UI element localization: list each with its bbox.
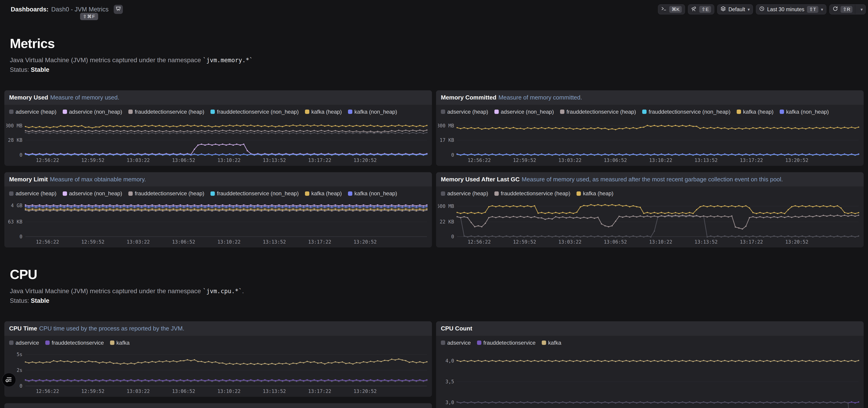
memory-limit-chart[interactable]: 12:56:2212:59:5213:03:2213:06:5213:10:22… xyxy=(6,198,430,246)
x-axis-tick: 12:56:22 xyxy=(468,158,491,163)
time-range-select[interactable]: Last 30 minutes ⇧T ▾ xyxy=(756,4,826,14)
legend-item[interactable]: frauddetectionservice (heap) xyxy=(128,108,204,115)
y-axis-tick: 4 GB xyxy=(11,203,23,208)
x-axis-tick: 13:06:52 xyxy=(604,158,627,163)
legend-swatch xyxy=(211,191,215,196)
panel-header: CPU Count xyxy=(436,321,864,336)
status-value: Stable xyxy=(31,66,50,73)
legend-item[interactable]: frauddetectionservice (heap) xyxy=(494,190,570,197)
panel-title: CPU Count xyxy=(441,325,472,332)
series-markers xyxy=(25,379,428,381)
legend-swatch xyxy=(780,109,784,114)
panel-description: Measure of memory used. xyxy=(50,94,119,101)
legend-item[interactable]: adservice (heap) xyxy=(441,108,488,115)
section-description-suffix: . xyxy=(242,287,244,294)
series-markers xyxy=(457,401,859,408)
chart-legend: adservice (heap)frauddetectionservice (h… xyxy=(436,186,864,197)
legend-label: frauddetectionservice xyxy=(52,340,104,346)
legend-swatch xyxy=(9,341,13,345)
legend-label: adservice (heap) xyxy=(447,108,488,115)
panel-description: Measure of max obtainable memory. xyxy=(50,176,146,183)
panel-header: Memory Used After Last GCMeasure of memo… xyxy=(436,172,864,187)
panel-header: CPU Recent UtilizationRecent CPU utiliza… xyxy=(4,403,432,408)
dashboard-name[interactable]: Dash0 - JVM Metrics xyxy=(51,6,109,13)
legend-item[interactable]: adservice xyxy=(441,340,471,346)
panel-row-2: Memory LimitMeasure of max obtainable me… xyxy=(0,172,868,248)
y-axis-tick: 3,0 xyxy=(445,400,454,405)
memory-committed-chart[interactable]: 12:56:2212:59:5213:03:2213:06:5213:10:22… xyxy=(438,117,862,164)
legend-item[interactable]: frauddetectionservice (heap) xyxy=(560,108,636,115)
legend-label: adservice xyxy=(16,340,39,346)
legend-label: frauddetectionservice (heap) xyxy=(135,108,204,115)
legend-item[interactable]: adservice xyxy=(9,340,39,346)
refresh-button[interactable]: ⇧R ▾ xyxy=(829,4,866,14)
chart-canvas: 12:56:2212:59:5213:03:2213:06:5213:10:22… xyxy=(6,117,430,164)
refresh-shortcut: ⇧R xyxy=(841,6,853,13)
legend-item[interactable]: kafka (heap) xyxy=(305,190,342,197)
legend-item[interactable]: frauddetectionservice (heap) xyxy=(128,190,204,197)
x-axis-tick: 13:20:52 xyxy=(785,239,808,245)
legend-label: frauddetectionservice (non_heap) xyxy=(649,108,731,115)
legend-item[interactable]: frauddetectionservice (non_heap) xyxy=(211,108,299,115)
x-axis-tick: 13:17:22 xyxy=(308,158,331,163)
legend-swatch xyxy=(560,109,564,114)
layout-select[interactable]: Default ▾ xyxy=(717,4,753,14)
series-markers xyxy=(457,360,859,362)
legend-item[interactable]: kafka (non_heap) xyxy=(780,108,829,115)
legend-item[interactable]: kafka (non_heap) xyxy=(348,108,397,115)
y-axis-tick: 22 KB xyxy=(440,219,454,225)
legend-item[interactable]: adservice (non_heap) xyxy=(494,108,554,115)
legend-item[interactable]: adservice (non_heap) xyxy=(63,190,122,197)
legend-item[interactable]: frauddetectionservice (non_heap) xyxy=(642,108,731,115)
legend-item[interactable]: kafka xyxy=(542,340,561,346)
x-axis-tick: 12:56:22 xyxy=(468,239,491,245)
refresh-options-caret[interactable]: ▾ xyxy=(858,7,866,12)
telescope-icon xyxy=(691,6,696,13)
x-axis-tick: 12:56:22 xyxy=(36,388,59,394)
legend-item[interactable]: kafka (heap) xyxy=(577,190,613,197)
memory-used-chart[interactable]: 12:56:2212:59:5213:03:2213:06:5213:10:22… xyxy=(6,117,430,164)
x-axis-tick: 13:20:52 xyxy=(353,239,377,245)
present-mode-button[interactable] xyxy=(114,5,123,14)
legend-item[interactable]: adservice (heap) xyxy=(9,108,57,115)
chevron-down-icon: ▾ xyxy=(748,7,750,12)
legend-item[interactable]: kafka (heap) xyxy=(737,108,774,115)
memory-used-after-gc-chart[interactable]: 12:56:2212:59:5213:03:2213:06:5213:10:22… xyxy=(438,198,862,246)
panel-title: Memory Limit xyxy=(9,176,48,183)
y-axis-tick: 2s xyxy=(17,367,23,373)
legend-item[interactable]: adservice (heap) xyxy=(441,190,488,197)
panel-row-1: Memory UsedMeasure of memory used. adser… xyxy=(0,90,868,166)
legend-swatch xyxy=(577,191,581,196)
legend-label: adservice (heap) xyxy=(16,108,57,115)
section-title: CPU xyxy=(10,266,863,282)
top-bar: Dashboards: Dash0 - JVM Metrics ⇧⌘F ⌘K ⇧… xyxy=(0,0,868,17)
cpu-count-chart[interactable]: 4,03,53,02,52,0 xyxy=(438,347,862,408)
chart-canvas: 12:56:2212:59:5213:03:2213:06:5213:10:22… xyxy=(6,198,430,246)
panel-description: Recent CPU utilization for the process a… xyxy=(75,407,241,408)
legend-item[interactable]: kafka (non_heap) xyxy=(348,190,397,197)
terminal-icon xyxy=(661,6,667,13)
cpu-time-chart[interactable]: 12:56:2212:59:5213:03:2213:06:5213:10:22… xyxy=(6,347,430,395)
command-palette-button[interactable]: ⌘K xyxy=(658,4,685,14)
toolbar: ⌘K ⇧E Default ▾ Last 30 minutes ⇧T ▾ xyxy=(658,4,866,14)
namespace-code: `jvm.memory.*` xyxy=(203,57,253,64)
legend-item[interactable]: frauddetectionservice xyxy=(45,340,104,346)
x-axis-tick: 12:59:52 xyxy=(513,239,536,245)
legend-swatch xyxy=(441,191,445,196)
y-axis-tick: 17 KB xyxy=(440,137,454,143)
legend-swatch xyxy=(348,109,352,114)
x-axis-tick: 13:06:52 xyxy=(172,158,195,163)
legend-item[interactable]: kafka (heap) xyxy=(305,108,342,115)
legend-item[interactable]: adservice (non_heap) xyxy=(63,108,122,115)
section-description-text: Java Virtual Machine (JVM) metrics captu… xyxy=(10,287,203,294)
feedback-widget-button[interactable] xyxy=(2,373,16,387)
section-metrics: Metrics Java Virtual Machine (JVM) metri… xyxy=(10,36,863,73)
legend-item[interactable]: frauddetectionservice (non_heap) xyxy=(211,190,299,197)
legend-item[interactable]: kafka xyxy=(110,340,129,346)
legend-item[interactable]: frauddetectionservice xyxy=(477,340,535,346)
cpu-left-column: CPU TimeCPU time used by the process as … xyxy=(4,321,432,408)
chart-legend: adservice (heap)adservice (non_heap)frau… xyxy=(4,105,432,116)
legend-swatch xyxy=(305,109,309,114)
legend-item[interactable]: adservice (heap) xyxy=(9,190,57,197)
explore-button[interactable]: ⇧E xyxy=(688,4,714,14)
